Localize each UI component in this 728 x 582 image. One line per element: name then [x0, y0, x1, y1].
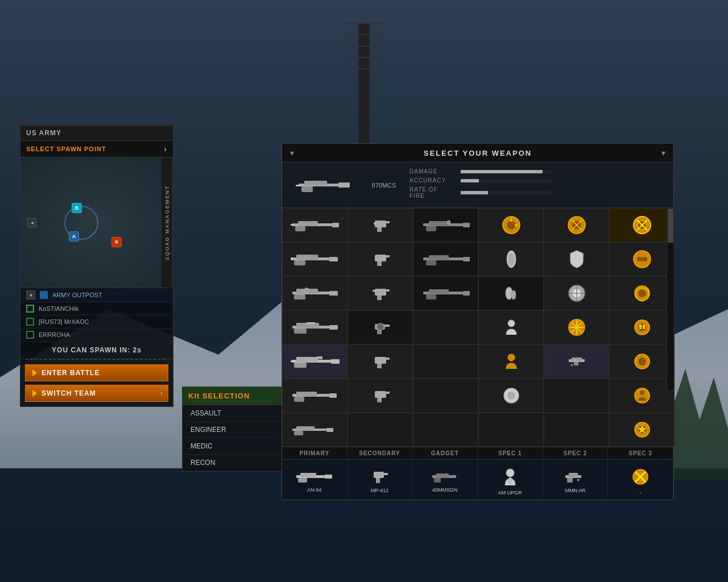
svg-rect-32: [329, 257, 338, 261]
weapon-cell-2-2[interactable]: [413, 276, 478, 310]
weapon-cell-5-5[interactable]: [609, 379, 675, 413]
svg-point-67: [638, 289, 646, 297]
switch-team-right-icon: ›: [160, 389, 163, 397]
map-area[interactable]: B A ✕ ◂ SQUAD MANAGEMENT: [20, 157, 173, 288]
army-outpost-row[interactable]: ▾ ARMY OUTPOST: [20, 288, 173, 302]
weapon-cell-1-1[interactable]: [348, 242, 413, 276]
weapon-cell-2-3[interactable]: [478, 276, 544, 310]
svg-rect-34: [375, 255, 386, 261]
weapon-cell-3-0[interactable]: [282, 310, 348, 344]
weapon-cell-2-1[interactable]: [348, 276, 413, 310]
svg-rect-58: [426, 294, 436, 300]
stat-rof-bar-bg: [461, 191, 552, 194]
weapon-cell-4-3[interactable]: [478, 344, 544, 379]
weapon-cell-1-3[interactable]: [478, 242, 544, 276]
pistol-icon-1: [370, 250, 391, 268]
svg-rect-94: [377, 364, 382, 368]
weapon-cell-2-0[interactable]: [282, 276, 348, 310]
weapon-cell-6-0[interactable]: [282, 413, 348, 447]
weapon-cell-3-5[interactable]: [609, 310, 675, 344]
weapon-scroll-thumb[interactable]: [668, 209, 673, 243]
weapon-cell-3-1[interactable]: [348, 310, 413, 344]
squad-name-2: ERRROHA: [39, 331, 70, 338]
weapon-cell-5-3[interactable]: [478, 379, 544, 413]
map-icon-red[interactable]: ✕: [111, 237, 122, 247]
svg-rect-106: [329, 393, 337, 398]
map-expand-btn[interactable]: ◂: [27, 218, 36, 227]
weapon-cell-2-4[interactable]: [544, 276, 609, 310]
spawn-header[interactable]: SELECT SPAWN POINT ›: [20, 141, 173, 157]
kit-medic[interactable]: MEDIC: [183, 438, 284, 455]
weapon-cell-6-3[interactable]: [478, 413, 544, 447]
scope-icon: [566, 282, 588, 304]
loadout-spec1-name: AM UPGR: [498, 490, 522, 496]
weapon-cell-1-2[interactable]: [413, 242, 478, 276]
loadout-spec3[interactable]: -: [608, 460, 673, 500]
weapon-cell-1-4[interactable]: [544, 242, 609, 276]
weapon-cell-1-0[interactable]: [282, 242, 348, 276]
weapon-cell-0-4[interactable]: [544, 208, 609, 242]
weapon-cell-4-2[interactable]: [413, 344, 478, 379]
squad-management-label: SQUAD MANAGEMENT: [162, 157, 173, 288]
divider: [26, 359, 167, 360]
map-icon-a[interactable]: A: [69, 231, 79, 242]
weapon-cell-1-5[interactable]: [609, 242, 675, 276]
weapon-cell-3-3[interactable]: [478, 310, 544, 344]
weapon-cell-6-5[interactable]: [609, 413, 675, 447]
svg-rect-8: [332, 223, 339, 227]
weapon-cell-4-0[interactable]: [282, 344, 348, 379]
squad-member-0[interactable]: KoSTIANCHIk: [20, 302, 173, 315]
loadout-gadget[interactable]: 40MMSGN: [412, 460, 478, 500]
svg-point-113: [640, 390, 644, 395]
expand-outpost-btn[interactable]: ▾: [26, 290, 35, 300]
stat-accuracy-row: ACCURACY: [410, 177, 665, 184]
weapon-selection-panel: ▾ SELECT YOUR WEAPON ▾ 870MCS DAMAGE: [282, 143, 674, 500]
kit-engineer[interactable]: ENGINEER: [183, 422, 284, 438]
kit-assault[interactable]: ASSAULT: [183, 405, 284, 422]
weapon-cell-5-0[interactable]: [282, 379, 348, 413]
svg-point-45: [643, 257, 647, 261]
switch-team-button[interactable]: SWITCH TEAM ›: [25, 385, 168, 402]
weapon-cell-4-5[interactable]: [609, 344, 675, 379]
enter-battle-button[interactable]: ENTER BATTLE: [25, 364, 168, 381]
map-icon-b[interactable]: B: [72, 203, 82, 213]
svg-point-111: [507, 392, 515, 400]
weapon-cell-3-2[interactable]: [413, 310, 478, 344]
revolver-icon: [370, 318, 391, 336]
weapon-cell-0-5[interactable]: [609, 208, 675, 242]
svg-rect-10: [375, 221, 386, 227]
weapon-cell-0-1[interactable]: [348, 208, 413, 242]
weapon-cell-5-2[interactable]: [413, 379, 478, 413]
weapon-cell-5-4[interactable]: [544, 379, 609, 413]
loadout-spec1[interactable]: AM UPGR: [478, 460, 543, 500]
weapon-cell-5-1[interactable]: [348, 379, 413, 413]
army-outpost-name: ARMY OUTPOST: [52, 292, 102, 298]
loadout-primary[interactable]: AN-94: [282, 460, 348, 500]
loadout-secondary[interactable]: MP-412: [348, 460, 413, 500]
weapon-cell-6-1[interactable]: [348, 413, 413, 447]
weapon-cell-3-4[interactable]: [544, 310, 609, 344]
weapon-cell-0-3[interactable]: [478, 208, 544, 242]
svg-rect-122: [298, 478, 307, 483]
weapon-cell-6-4[interactable]: [544, 413, 609, 447]
weapon-cell-0-2[interactable]: [413, 208, 478, 242]
weapon-header-title: SELECT YOUR WEAPON: [294, 149, 661, 157]
rifle-icon-0: [289, 217, 341, 233]
kit-recon[interactable]: RECON: [183, 455, 284, 471]
squad-member-2[interactable]: ERRROHA: [20, 329, 173, 342]
weapon-cell-4-1[interactable]: [348, 344, 413, 379]
enter-battle-label: ENTER BATTLE: [42, 369, 100, 377]
selected-weapon-row: 870MCS DAMAGE ACCURACY RATE OF FIRE: [282, 163, 673, 208]
pistol-icon-5: [370, 386, 391, 405]
gear-person-icon: [631, 385, 653, 406]
an94-icon: [289, 354, 341, 369]
loadout-spec2[interactable]: + MMN AR: [543, 460, 609, 500]
squad-member-1[interactable]: [RUS73] MrXAOC: [20, 315, 173, 329]
weapon-cell-4-4[interactable]: +: [544, 344, 609, 379]
weapon-cell-2-5[interactable]: [609, 276, 675, 310]
spawn-label: SELECT SPAWN POINT: [26, 146, 106, 152]
kit-selection-header: KIt SELECTION: [183, 387, 284, 405]
weapon-cell-6-2[interactable]: [413, 413, 478, 447]
weapon-scroll-track[interactable]: [667, 208, 673, 390]
weapon-cell-0-0[interactable]: [282, 208, 348, 242]
